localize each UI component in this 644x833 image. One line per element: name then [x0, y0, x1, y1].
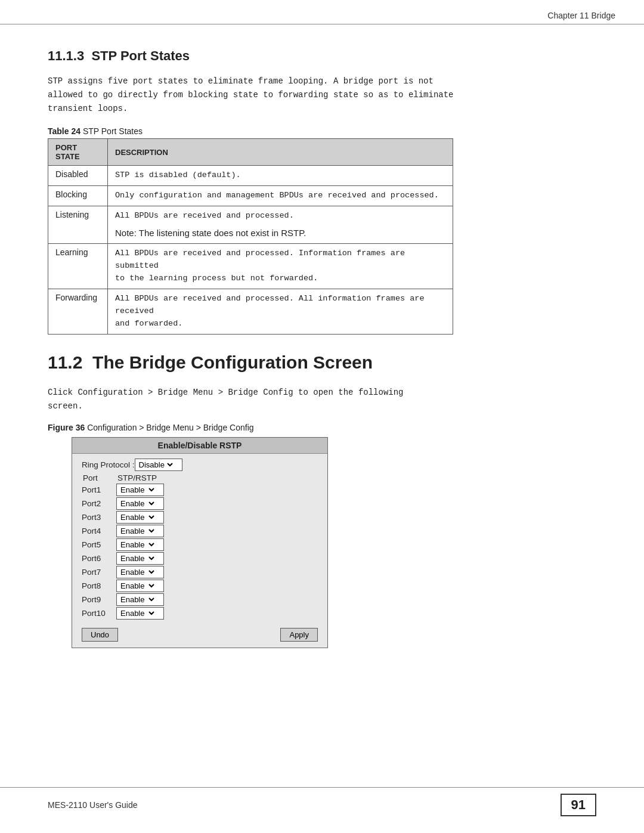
- port-row-2: Port2 EnableDisable: [82, 497, 318, 510]
- figure-caption: Figure 36 Configuration > Bridge Menu > …: [48, 423, 596, 432]
- port3-select[interactable]: EnableDisable: [118, 512, 156, 522]
- state-blocking: Blocking: [48, 186, 108, 206]
- port5-select-wrap[interactable]: EnableDisable: [116, 538, 164, 551]
- table-row: Forwarding All BPDUs are received and pr…: [48, 289, 453, 335]
- port-row-10: Port10 EnableDisable: [82, 607, 318, 620]
- ui-title-bar: Enable/Disable RSTP: [72, 438, 327, 454]
- port4-label: Port4: [82, 527, 116, 535]
- table-row: Disabled STP is disabled (default).: [48, 166, 453, 186]
- table-row: Blocking Only configuration and manageme…: [48, 186, 453, 206]
- state-listening: Listening: [48, 206, 108, 244]
- section-2-intro: Click Configuration > Bridge Menu > Brid…: [48, 386, 465, 413]
- footer-left-text: MES-2110 User's Guide: [48, 800, 138, 810]
- port7-label: Port7: [82, 568, 116, 577]
- port9-label: Port9: [82, 595, 116, 604]
- port4-select-wrap[interactable]: EnableDisable: [116, 525, 164, 537]
- stp-port-states-table: PortState Description Disabled STP is di…: [48, 138, 453, 335]
- port4-select[interactable]: EnableDisable: [118, 526, 156, 536]
- port7-select[interactable]: EnableDisable: [118, 567, 156, 577]
- col-header-description: Description: [108, 139, 453, 166]
- section-1-intro: STP assigns five port states to eliminat…: [48, 75, 465, 116]
- port10-label: Port10: [82, 609, 116, 618]
- desc-disabled: STP is disabled (default).: [108, 166, 453, 186]
- port6-select[interactable]: EnableDisable: [118, 553, 156, 563]
- state-disabled: Disabled: [48, 166, 108, 186]
- port9-select-wrap[interactable]: EnableDisable: [116, 593, 164, 606]
- port6-label: Port6: [82, 554, 116, 563]
- port9-select[interactable]: EnableDisable: [118, 594, 156, 605]
- ui-body: Ring Protocol : Disable Enable Port STP/…: [72, 454, 327, 624]
- port-row-7: Port7 EnableDisable: [82, 566, 318, 578]
- port8-select[interactable]: EnableDisable: [118, 581, 156, 591]
- col-stp-header: STP/RSTP: [117, 473, 165, 482]
- table-row: Listening All BPDUs are received and pro…: [48, 206, 453, 244]
- port1-select[interactable]: EnableDisable: [118, 485, 156, 495]
- ring-protocol-select[interactable]: Disable Enable: [137, 460, 175, 470]
- section-2-title: 11.2 The Bridge Configuration Screen: [48, 352, 596, 373]
- port5-select[interactable]: EnableDisable: [118, 540, 156, 550]
- content-area: 11.1.3 STP Port States STP assigns five …: [0, 24, 644, 684]
- port3-label: Port3: [82, 513, 116, 522]
- port-row-6: Port6 EnableDisable: [82, 552, 318, 565]
- port1-select-wrap[interactable]: EnableDisable: [116, 484, 164, 496]
- port-row-9: Port9 EnableDisable: [82, 593, 318, 606]
- port10-select-wrap[interactable]: EnableDisable: [116, 607, 164, 620]
- ui-col-headers: Port STP/RSTP: [82, 473, 318, 482]
- port-row-4: Port4 EnableDisable: [82, 525, 318, 537]
- table-caption: Table 24 STP Port States: [48, 126, 596, 136]
- port5-label: Port5: [82, 540, 116, 549]
- page-header: Chapter 11 Bridge: [0, 0, 644, 24]
- desc-listening: All BPDUs are received and processed. No…: [108, 206, 453, 244]
- desc-learning: All BPDUs are received and processed. In…: [108, 244, 453, 289]
- state-learning: Learning: [48, 244, 108, 289]
- port7-select-wrap[interactable]: EnableDisable: [116, 566, 164, 578]
- chapter-label: Chapter 11 Bridge: [547, 11, 615, 20]
- port2-label: Port2: [82, 499, 116, 508]
- port2-select[interactable]: EnableDisable: [118, 498, 156, 509]
- page-footer: MES-2110 User's Guide 91: [0, 787, 644, 816]
- col-header-port-state: PortState: [48, 139, 108, 166]
- ring-protocol-select-wrap[interactable]: Disable Enable: [135, 459, 182, 471]
- port8-select-wrap[interactable]: EnableDisable: [116, 580, 164, 592]
- ui-screenshot: Enable/Disable RSTP Ring Protocol : Disa…: [72, 437, 328, 648]
- section-1-title: 11.1.3 STP Port States: [48, 48, 596, 64]
- ring-protocol-row: Ring Protocol : Disable Enable: [82, 459, 318, 471]
- port8-label: Port8: [82, 581, 116, 590]
- desc-forwarding: All BPDUs are received and processed. Al…: [108, 289, 453, 335]
- port-row-3: Port3 EnableDisable: [82, 511, 318, 524]
- undo-button[interactable]: Undo: [82, 628, 118, 642]
- port-row-5: Port5 EnableDisable: [82, 538, 318, 551]
- port-row-8: Port8 EnableDisable: [82, 580, 318, 592]
- table-row: Learning All BPDUs are received and proc…: [48, 244, 453, 289]
- port3-select-wrap[interactable]: EnableDisable: [116, 511, 164, 524]
- port-row-1: Port1 EnableDisable: [82, 484, 318, 496]
- state-forwarding: Forwarding: [48, 289, 108, 335]
- port6-select-wrap[interactable]: EnableDisable: [116, 552, 164, 565]
- port2-select-wrap[interactable]: EnableDisable: [116, 497, 164, 510]
- ui-footer: Undo Apply: [72, 624, 327, 642]
- desc-blocking: Only configuration and management BPDUs …: [108, 186, 453, 206]
- port1-label: Port1: [82, 485, 116, 494]
- ring-protocol-label: Ring Protocol :: [82, 460, 135, 469]
- col-port-header: Port: [83, 473, 117, 482]
- port10-select[interactable]: EnableDisable: [118, 608, 156, 618]
- page-number: 91: [561, 794, 596, 816]
- apply-button[interactable]: Apply: [280, 628, 318, 642]
